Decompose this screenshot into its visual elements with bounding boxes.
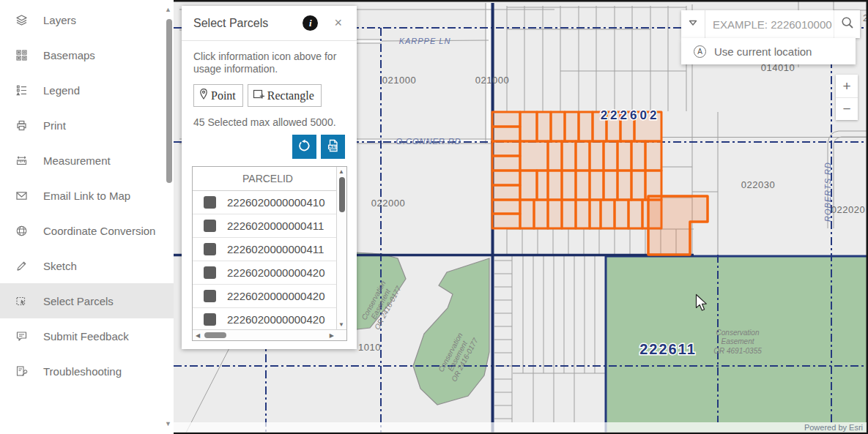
point-pin-icon	[199, 88, 209, 103]
sidebar-item-coordinate-conversion[interactable]: Coordinate Conversion	[0, 213, 174, 248]
scroll-down-icon[interactable]: ▼	[338, 321, 344, 328]
zoom-control: + −	[836, 75, 858, 120]
usage-instructions: Click information icon above for usage i…	[193, 50, 345, 75]
point-select-button[interactable]: Point	[193, 84, 243, 107]
feedback-icon	[15, 330, 28, 343]
current-location-icon: A	[694, 45, 706, 58]
table-body: 2226020000000410 2226020000000411 222602…	[193, 191, 346, 330]
sidebar-item-basemaps[interactable]: Basemaps	[0, 37, 174, 72]
scroll-right-icon[interactable]: ▶	[330, 332, 334, 339]
sidebar-item-print[interactable]: Print	[0, 108, 174, 143]
sidebar-item-select-parcels[interactable]: Select Parcels	[0, 283, 174, 318]
svg-text:CSV: CSV	[328, 145, 336, 149]
search-input[interactable]	[705, 10, 834, 38]
parcel-label: 022020	[831, 204, 865, 215]
info-icon[interactable]: i	[303, 15, 318, 31]
sidebar-item-submit-feedback[interactable]: Submit Feedback	[0, 318, 174, 353]
sidebar-item-layers[interactable]: Layers	[0, 2, 174, 37]
parcelid-cell: 2226020000000411	[227, 243, 324, 255]
export-csv-button[interactable]: CSV	[321, 135, 345, 159]
legend-icon	[15, 84, 28, 97]
sidebar: Layers Basemaps Legend Print Measurement…	[0, 0, 174, 434]
table-header-row: PARCELID	[193, 167, 346, 191]
table-row[interactable]: 2226020000000420	[193, 261, 346, 285]
sidebar-item-label: Basemaps	[43, 49, 95, 61]
parcelid-cell: 2226020000000420	[227, 266, 324, 279]
sidebar-item-label: Measurement	[43, 154, 111, 167]
table-row[interactable]: 2226020000000411	[193, 214, 346, 238]
zoom-in-button[interactable]: +	[836, 75, 858, 97]
map-attribution: Powered by Esri	[174, 422, 867, 433]
sidebar-item-label: Coordinate Conversion	[43, 225, 155, 237]
csv-file-icon: CSV	[327, 139, 339, 154]
reset-selection-button[interactable]	[292, 135, 316, 159]
sidebar-item-label: Email Link to Map	[43, 190, 130, 202]
table-horizontal-scrollbar[interactable]: ◀ ▶	[193, 329, 346, 340]
sidebar-item-sketch[interactable]: Sketch	[0, 248, 174, 283]
parcelid-cell: 2226020000000410	[227, 196, 324, 209]
row-checkbox[interactable]	[204, 243, 216, 255]
rectangle-plus-icon	[253, 89, 265, 103]
parcelid-cell: 2226020000000420	[227, 290, 324, 302]
row-checkbox[interactable]	[204, 220, 216, 232]
sidebar-scrollbar[interactable]	[166, 19, 172, 183]
selection-status: 45 Selected max allowed 5000.	[193, 116, 345, 128]
panel-body: Click information icon above for usage i…	[182, 41, 357, 341]
table-vertical-scrollbar[interactable]: ▲ ▼	[336, 167, 346, 329]
printer-icon	[15, 119, 28, 132]
parcel-label-partial: 1010	[358, 342, 381, 353]
scroll-left-icon[interactable]: ◀	[196, 332, 200, 339]
globe-icon	[15, 225, 28, 237]
sidebar-item-label: Print	[43, 119, 66, 132]
sidebar-scroll-up-icon[interactable]: ▲	[165, 6, 171, 13]
parcel-search-bar	[681, 10, 860, 38]
sidebar-item-measurement[interactable]: Measurement	[0, 143, 174, 178]
sidebar-item-label: Layers	[43, 14, 76, 26]
sidebar-item-troubleshooting[interactable]: Troubleshooting	[0, 353, 174, 389]
sidebar-item-label: Legend	[43, 84, 80, 97]
row-checkbox[interactable]	[204, 290, 216, 302]
use-current-location-option[interactable]: A Use current location	[681, 38, 856, 64]
sidebar-scroll-down-icon[interactable]: ▼	[165, 420, 171, 427]
point-button-label: Point	[211, 89, 236, 102]
zoom-out-button[interactable]: −	[836, 97, 858, 120]
parcel-label: 022000	[371, 198, 405, 209]
panel-title: Select Parcels	[193, 17, 268, 30]
section-label-222602: 222602	[601, 108, 660, 122]
search-icon	[840, 15, 855, 33]
envelope-icon	[15, 190, 28, 202]
app-window: KARPPE LN O.CONNER RD ROBERTS RD 021000 …	[0, 0, 868, 434]
table-row[interactable]: 2226020000000420	[193, 285, 346, 308]
close-icon[interactable]: ×	[334, 15, 342, 31]
search-dropdown-button[interactable]	[681, 10, 705, 38]
row-checkbox[interactable]	[204, 266, 216, 279]
ruler-icon	[15, 154, 28, 167]
sidebar-item-label: Sketch	[43, 260, 77, 272]
table-row[interactable]: 2226020000000410	[193, 191, 346, 214]
parcelid-column-header: PARCELID	[242, 173, 293, 184]
sidebar-item-email-link[interactable]: Email Link to Map	[0, 178, 174, 213]
parcel-label: 022030	[741, 179, 775, 190]
road-label-oconner: O.CONNER RD	[396, 137, 461, 146]
select-parcels-icon	[15, 295, 28, 307]
basemaps-icon	[15, 49, 28, 61]
suggestion-label: Use current location	[714, 45, 812, 58]
table-row[interactable]: 2226020000000420	[193, 308, 346, 330]
chevron-down-icon	[686, 16, 700, 32]
sidebar-item-legend[interactable]: Legend	[0, 72, 174, 108]
parcel-label: 021000	[475, 75, 509, 86]
horizontal-scroll-thumb[interactable]	[204, 332, 226, 338]
parcel-table: PARCELID 2226020000000410 22260200000004…	[192, 166, 347, 341]
troubleshooting-icon	[15, 365, 28, 378]
pencil-icon	[15, 260, 28, 272]
section-label-222611: 222611	[639, 341, 697, 357]
row-checkbox[interactable]	[204, 313, 216, 326]
vertical-scroll-thumb[interactable]	[339, 177, 345, 212]
parcelid-cell: 2226020000000420	[227, 313, 324, 326]
row-checkbox[interactable]	[204, 196, 216, 209]
table-row[interactable]: 2226020000000411	[193, 238, 346, 261]
select-parcels-panel: Select Parcels i × Click information ico…	[182, 6, 357, 349]
search-button[interactable]	[834, 10, 860, 38]
rectangle-select-button[interactable]: Rectangle	[248, 84, 322, 107]
scroll-up-icon[interactable]: ▲	[338, 168, 344, 175]
